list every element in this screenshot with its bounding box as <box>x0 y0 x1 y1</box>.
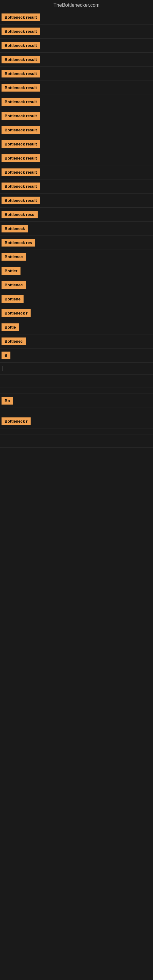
bottleneck-result-button[interactable]: Bottleneck r <box>2 417 30 425</box>
bottleneck-result-button[interactable]: Bottlenec <box>2 281 26 289</box>
bottleneck-result-button[interactable]: Bottler <box>2 267 21 275</box>
bottleneck-result-button[interactable]: Bottlene <box>2 295 24 303</box>
list-item <box>0 435 153 441</box>
bottleneck-result-button[interactable]: Bottleneck result <box>2 197 40 204</box>
list-item: Bottlenec <box>0 334 153 348</box>
list-item: Bottleneck resu <box>0 208 153 222</box>
bottleneck-result-button[interactable]: Bottleneck resu <box>2 211 38 218</box>
bottleneck-result-button[interactable]: Bottleneck result <box>2 84 40 92</box>
list-item: Bottleneck result <box>0 10 153 24</box>
bottleneck-result-button[interactable]: Bottleneck result <box>2 56 40 64</box>
bottleneck-result-button[interactable]: Bo <box>2 397 13 404</box>
list-item: Bottlenec <box>0 250 153 264</box>
list-item <box>0 441 153 448</box>
bottleneck-result-button[interactable]: Bottleneck result <box>2 169 40 176</box>
list-item: Bottlenec <box>0 278 153 292</box>
bottleneck-result-button[interactable]: Bottleneck result <box>2 183 40 190</box>
list-item: Bottleneck result <box>0 38 153 52</box>
list-item: Bottleneck result <box>0 95 153 109</box>
site-header: TheBottlenecker.com <box>0 0 153 10</box>
list-item: Bottleneck result <box>0 67 153 81</box>
list-item: Bottleneck result <box>0 81 153 95</box>
list-item: Bottleneck res <box>0 236 153 250</box>
bottleneck-result-button[interactable]: Bottlenec <box>2 337 26 345</box>
bottleneck-result-button[interactable]: Bottleneck result <box>2 140 40 148</box>
list-item: Bottleneck r <box>0 414 153 428</box>
list-item: Bottleneck result <box>0 24 153 38</box>
list-item: Bottlene <box>0 292 153 306</box>
list-item: B <box>0 348 153 363</box>
separator: | <box>2 366 3 371</box>
list-item: Bottleneck r <box>0 306 153 320</box>
bottleneck-result-button[interactable]: B <box>2 352 10 359</box>
bottleneck-result-button[interactable]: Bottleneck <box>2 225 28 232</box>
list-item: Bottleneck result <box>0 151 153 165</box>
bottleneck-result-button[interactable]: Bottleneck result <box>2 126 40 134</box>
list-item: Bottleneck result <box>0 137 153 151</box>
buttons-list: Bottleneck resultBottleneck resultBottle… <box>0 10 153 448</box>
list-item <box>0 428 153 435</box>
site-title: TheBottlenecker.com <box>0 0 153 10</box>
list-item <box>0 387 153 394</box>
bottleneck-result-button[interactable]: Bottleneck result <box>2 154 40 162</box>
list-item <box>0 381 153 387</box>
bottleneck-result-button[interactable]: Bottleneck r <box>2 309 30 317</box>
bottleneck-result-button[interactable]: Bottleneck result <box>2 41 40 49</box>
list-item: Bottler <box>0 264 153 278</box>
list-item: Bo <box>0 394 153 408</box>
bottleneck-result-button[interactable]: Bottlenec <box>2 253 26 261</box>
bottleneck-result-button[interactable]: Bottleneck result <box>2 27 40 35</box>
bottleneck-result-button[interactable]: Bottleneck result <box>2 70 40 78</box>
bottleneck-result-button[interactable]: Bottleneck res <box>2 239 35 247</box>
bottleneck-result-button[interactable]: Bottle <box>2 323 19 331</box>
list-item: Bottleneck result <box>0 52 153 67</box>
list-item: Bottle <box>0 320 153 334</box>
list-item: Bottleneck result <box>0 165 153 180</box>
bottleneck-result-button[interactable]: Bottleneck result <box>2 98 40 106</box>
bottleneck-result-button[interactable]: Bottleneck result <box>2 13 40 21</box>
list-item: Bottleneck result <box>0 180 153 194</box>
list-item: Bottleneck result <box>0 194 153 208</box>
list-item: Bottleneck result <box>0 109 153 123</box>
bottleneck-result-button[interactable]: Bottleneck result <box>2 112 40 120</box>
list-item <box>0 375 153 381</box>
list-item <box>0 408 153 414</box>
list-item: | <box>0 363 153 375</box>
list-item: Bottleneck <box>0 222 153 236</box>
list-item: Bottleneck result <box>0 123 153 137</box>
